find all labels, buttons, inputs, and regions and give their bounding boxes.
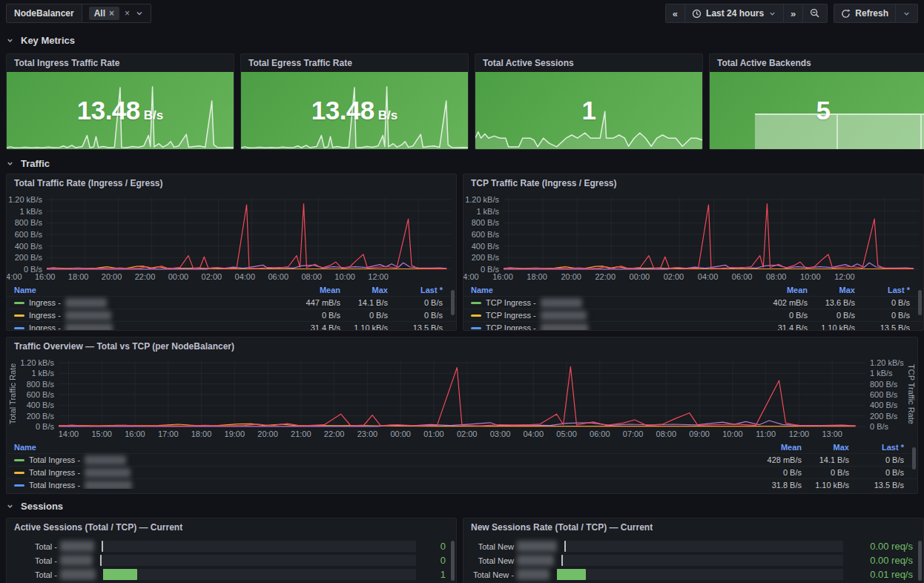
refresh-button[interactable]: Refresh [834,4,896,23]
clear-selection-icon[interactable]: × [125,9,130,18]
legend-header-max[interactable]: Max [340,286,388,294]
legend-series-toggle[interactable]: Ingress - [14,311,275,320]
legend-series-toggle[interactable]: Ingress - [14,323,275,332]
panel-title-text: Total Traffic Rate (Ingress / Egress) [14,178,163,188]
x-axis-tick: 14:00 [59,429,79,438]
panel-scrollbar[interactable] [918,541,922,581]
stat-body[interactable]: 13.48B/s [7,72,234,149]
series-color-marker [14,327,24,329]
chart-plot[interactable] [47,197,452,271]
y-axis-tick: 200 B/s [472,253,499,262]
legend-series-toggle[interactable]: TCP Ingress - [471,323,742,332]
chevron-down-icon[interactable] [135,9,144,18]
panel-title[interactable]: Total Ingress Traffic Rate [7,54,234,72]
legend-series-toggle[interactable]: TCP Ingress - [471,311,742,320]
x-axis-tick: 18:00 [68,272,89,281]
variable-chip[interactable]: All × [89,7,119,20]
panel-title-text: Total Active Sessions [483,58,574,68]
legend-series-toggle[interactable]: TCP Ingress - [471,298,742,308]
series-label: Total Ingress - [29,468,80,477]
legend-header-last[interactable]: Last * [388,286,443,294]
legend-series-toggle[interactable]: Ingress - [14,298,275,308]
legend-last-value: 0 B/s [855,298,910,307]
panel-total-egress-traffic-rate: Total Egress Traffic Rate 13.48B/s [240,53,469,150]
y-axis-right: 1.20 kB/s1 kB/s800 B/s600 B/s400 B/s200 … [865,360,905,428]
x-axis-tick: 16:00 [35,272,56,281]
panel-scrollbar[interactable] [451,541,455,581]
bar-gauge-track[interactable] [103,569,416,580]
legend-header-max[interactable]: Max [802,443,849,452]
chart-plot[interactable] [504,197,919,271]
legend-max-value: 0 B/s [808,311,855,320]
legend-header-name[interactable]: Name [14,286,275,294]
bar-gauge-track[interactable] [564,541,843,552]
double-chevron-left-icon: « [673,8,678,19]
time-shift-back-button[interactable]: « [665,4,685,23]
panel-title[interactable]: Total Active Sessions [475,54,702,72]
panel-title[interactable]: Total Traffic Rate (Ingress / Egress) [7,174,456,192]
clock-icon [692,9,702,19]
legend-scrollbar[interactable] [912,447,916,470]
refresh-interval-button[interactable] [895,4,918,23]
legend-header-mean[interactable]: Mean [275,286,340,294]
legend-max-value: 0 B/s [802,468,849,477]
x-axis-tick: 16:00 [492,272,513,281]
y-axis-left: 1.20 kB/s1 kB/s800 B/s600 B/s400 B/s200 … [19,360,59,428]
x-axis-tick: 01:00 [423,429,444,438]
zoom-out-button[interactable] [802,4,828,23]
bar-gauge-label: Total New [471,556,514,565]
time-range-picker-button[interactable]: Last 24 hours [684,4,784,23]
variable-value-box[interactable]: All × × [82,4,151,23]
legend-last-value: 0 B/s [855,311,910,320]
time-shift-forward-button[interactable]: » [783,4,803,23]
legend-header-name[interactable]: Name [471,286,742,294]
panel-title[interactable]: TCP Traffic Rate (Ingress / Egress) [463,174,923,192]
legend-last-value: 13.5 B/s [849,481,904,489]
bar-gauge-track[interactable] [561,555,843,566]
legend-header-last[interactable]: Last * [849,443,904,452]
x-axis-tick: 06:00 [268,272,288,281]
panel-total-active-backends: Total Active Backends 5 [709,53,924,150]
template-variable-filter: NodeBalancer All × × [6,4,151,23]
stat-number: 1 [582,96,596,125]
legend-scrollbar[interactable] [451,290,455,315]
series-label: TCP Ingress - [486,298,536,307]
legend-last-value: 0 B/s [849,468,904,477]
section-sessions[interactable]: Sessions [6,500,924,512]
panel-title[interactable]: Total Active Backends [710,54,924,72]
panel-title[interactable]: Traffic Overview — Total vs TCP (per Nod… [7,337,917,355]
panel-title[interactable]: Total Egress Traffic Rate [241,54,468,72]
legend-series-toggle[interactable]: Total Ingress - [14,455,736,465]
legend-series-toggle[interactable]: Total Ingress - [14,481,736,490]
y-axis-tick: 800 B/s [27,380,54,389]
refresh-group: Refresh [834,4,918,23]
stat-body[interactable]: 13.48B/s [241,72,468,149]
x-axis-tick: 17:00 [158,429,179,438]
legend-header-mean[interactable]: Mean [742,286,808,294]
panel-title[interactable]: Active Sessions (Total / TCP) — Current [7,518,456,536]
section-key-metrics[interactable]: Key Metrics [6,34,924,46]
stat-value: 1 [475,72,702,149]
legend-header-max[interactable]: Max [808,286,855,294]
y-axis-tick: 400 B/s [27,401,54,409]
bar-gauge-track[interactable] [100,555,416,566]
legend-header-name[interactable]: Name [14,443,736,452]
chip-remove-icon[interactable]: × [109,9,114,18]
x-axis: 14:0016:0018:0020:0022:0000:0002:0004:00… [463,271,504,283]
y-axis-tick: 200 B/s [15,253,42,262]
chart-plot[interactable] [59,360,865,428]
panel-traffic-overview: Traffic Overview — Total vs TCP (per Nod… [6,337,918,494]
legend-series-toggle[interactable]: Total Ingress - [14,468,736,478]
section-traffic[interactable]: Traffic [6,157,924,169]
stat-body[interactable]: 1 [475,72,702,149]
bar-gauge-track[interactable] [557,569,843,580]
bar-gauge-track[interactable] [102,541,416,552]
panel-title[interactable]: New Sessions Rate (Total / TCP) — Curren… [463,518,923,536]
legend-header-mean[interactable]: Mean [736,443,802,452]
bar-gauge-value: 0 [423,555,446,566]
legend-scrollbar[interactable] [918,290,922,315]
stat-value: 13.48B/s [7,72,234,149]
y-axis-tick: 800 B/s [472,218,499,227]
legend-header-last[interactable]: Last * [855,286,910,294]
stat-body[interactable]: 5 [710,72,924,149]
